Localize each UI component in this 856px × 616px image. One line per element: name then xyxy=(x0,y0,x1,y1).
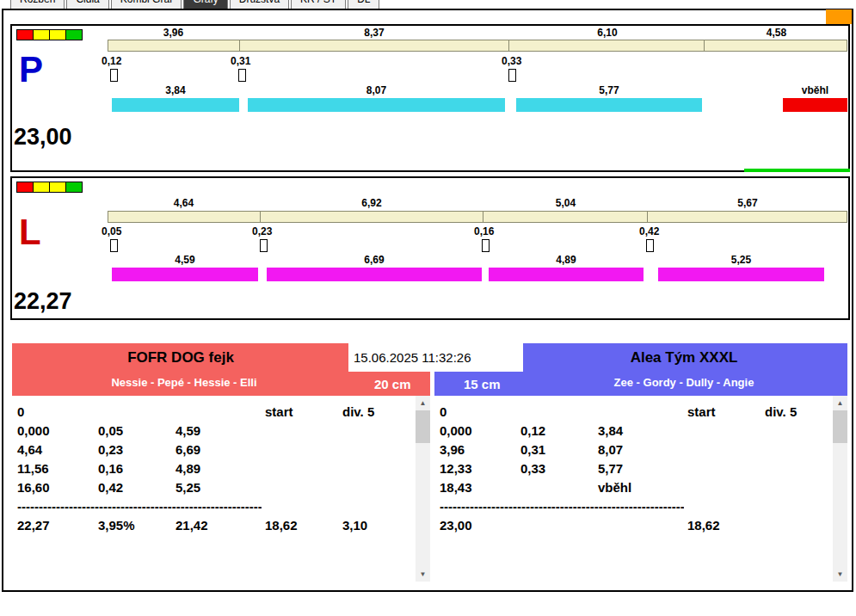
tab-label: Družstva xyxy=(239,0,280,5)
cell: 18,62 xyxy=(265,516,342,535)
lane-total-time: 23,00 xyxy=(14,126,72,149)
scroll-up-icon[interactable]: ▲ xyxy=(833,396,847,410)
scrollbar[interactable]: ▲ ▼ xyxy=(416,396,430,582)
fault-bar xyxy=(783,98,847,112)
cell: 0,12 xyxy=(520,422,598,440)
run-bar xyxy=(112,98,239,112)
traffic-light-yellow-2 xyxy=(49,29,66,40)
cell: 0,000 xyxy=(17,422,98,440)
split-segment xyxy=(483,212,648,222)
tab-grafy[interactable]: Grafy xyxy=(183,0,227,9)
crossing-time: 0,23 xyxy=(252,225,272,237)
run-label: 3,84 xyxy=(112,84,239,97)
run-label: 5,25 xyxy=(658,254,824,267)
scrollbar[interactable]: ▲ ▼ xyxy=(833,396,847,582)
run-label: 6,69 xyxy=(267,254,482,267)
cell: start xyxy=(687,403,765,422)
tab-druzstva[interactable]: Družstva xyxy=(230,0,289,9)
tab-dl[interactable]: DL xyxy=(348,0,379,9)
cell xyxy=(265,422,342,440)
split-labels-row: 4,64 6,92 5,04 5,67 xyxy=(108,197,847,210)
run-bar xyxy=(489,268,644,281)
scroll-down-icon[interactable]: ▼ xyxy=(833,567,847,582)
cell xyxy=(520,478,598,497)
traffic-light-yellow-1 xyxy=(33,29,50,40)
run-bars-row xyxy=(108,268,847,281)
cell: 11,56 xyxy=(17,459,98,478)
cell: 22,27 xyxy=(17,516,98,535)
cell: 0,31 xyxy=(520,440,598,459)
results-panel-left: 0 start div. 5 0,000 0,05 4,59 4,64 0,23… xyxy=(12,396,430,582)
traffic-light-red xyxy=(16,182,34,193)
crossing-time: 0,33 xyxy=(502,55,521,67)
cell: 12,33 xyxy=(440,459,520,478)
result-row: 4,64 0,23 6,69 xyxy=(12,440,430,459)
crossing-tick-box xyxy=(646,239,654,252)
divider: ----------------------------------------… xyxy=(434,497,684,516)
tab-cidla[interactable]: Čidla xyxy=(66,0,108,9)
crossing-tick-box xyxy=(110,239,118,252)
traffic-light-yellow-1 xyxy=(33,182,50,193)
result-row: 11,56 0,16 4,89 xyxy=(12,459,430,478)
scroll-indicator[interactable] xyxy=(826,9,852,24)
crossing-time: 0,31 xyxy=(231,55,250,67)
split-label: 4,64 xyxy=(108,197,260,210)
split-segment xyxy=(705,40,847,51)
team-dogs: Zee - Gordy - Dully - Angie xyxy=(520,376,847,389)
run-label: 4,89 xyxy=(489,254,644,267)
lane-panel-l: 4,64 6,92 5,04 5,67 0,05 0,23 0,16 0,42 … xyxy=(10,176,850,320)
cell: 0,05 xyxy=(98,422,176,440)
run-label: 4,59 xyxy=(112,254,258,267)
cell xyxy=(687,459,765,478)
cell: 4,59 xyxy=(176,422,265,440)
run-bar xyxy=(112,268,258,281)
run-label: 5,77 xyxy=(516,84,702,97)
split-segment xyxy=(240,40,509,51)
split-bar xyxy=(108,40,847,52)
app-window: Rozběh Čidla Kombi Graf Grafy Družstva K… xyxy=(0,0,856,616)
tab-rozbeh[interactable]: Rozběh xyxy=(10,0,65,9)
split-label: 4,58 xyxy=(705,27,847,40)
crossing-tick-box xyxy=(110,69,118,82)
crossing-time: 0,42 xyxy=(639,225,659,237)
split-segment xyxy=(108,40,240,51)
team-dogs: Nessie - Pepé - Hessie - Elli xyxy=(12,376,356,389)
traffic-light-red xyxy=(16,29,34,40)
cell: 0,16 xyxy=(98,459,176,478)
split-segment xyxy=(261,212,483,222)
cell: 0,33 xyxy=(520,459,598,478)
tab-label: DL xyxy=(357,0,370,5)
results-panel-right: 0 start div. 5 0,000 0,12 3,84 3,96 0,31… xyxy=(434,396,847,582)
cell: 16,60 xyxy=(17,478,98,497)
cell: 3,84 xyxy=(598,422,687,440)
cell: 0,23 xyxy=(98,440,176,459)
scroll-down-icon[interactable]: ▼ xyxy=(416,567,430,582)
cell xyxy=(520,516,598,535)
traffic-light-green xyxy=(65,29,83,40)
traffic-light-indicator xyxy=(17,29,83,40)
scrollbar-thumb[interactable] xyxy=(416,410,430,443)
crossing-time: 0,16 xyxy=(474,225,494,237)
tab-kr-st[interactable]: KR / ST xyxy=(291,0,346,9)
result-row: 16,60 0,42 5,25 xyxy=(12,478,430,497)
cell: 3,96 xyxy=(440,440,520,459)
split-bar xyxy=(108,211,847,223)
scrollbar-thumb[interactable] xyxy=(833,410,847,443)
lane-letter: L xyxy=(19,214,41,250)
result-row: 3,96 0,31 8,07 xyxy=(434,440,847,459)
scroll-up-icon[interactable]: ▲ xyxy=(416,396,430,410)
cell: 0 xyxy=(17,403,98,422)
cell: 0,42 xyxy=(98,478,176,497)
split-label: 5,04 xyxy=(483,197,648,210)
tab-label: Čidla xyxy=(76,0,99,5)
run-labels-row: 4,59 6,69 4,89 5,25 xyxy=(108,254,847,267)
cell xyxy=(265,459,342,478)
cell: 4,64 xyxy=(17,440,98,459)
totals-row: 23,00 18,62 xyxy=(434,516,847,535)
cell xyxy=(520,403,598,422)
cell: 0 xyxy=(440,403,520,422)
split-label: 6,10 xyxy=(509,27,705,40)
run-timestamp: 15.06.2025 11:32:26 xyxy=(348,343,523,372)
crossing-tick-box xyxy=(482,239,490,252)
tab-kombi-graf[interactable]: Kombi Graf xyxy=(111,0,182,9)
